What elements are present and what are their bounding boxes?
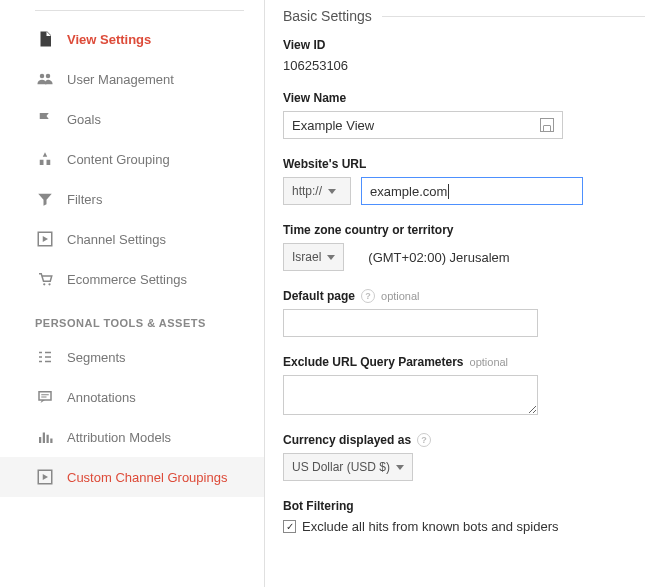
sidebar: View Settings User Management Goals Cont…: [0, 0, 265, 587]
sidebar-item-label: Custom Channel Groupings: [67, 470, 227, 485]
annotation-icon: [35, 387, 55, 407]
sidebar-item-label: Attribution Models: [67, 430, 171, 445]
sidebar-item-label: Annotations: [67, 390, 136, 405]
dropdown-value: http://: [292, 184, 322, 198]
optional-label: optional: [381, 290, 420, 302]
chevron-down-icon: [328, 189, 336, 194]
svg-rect-8: [47, 435, 49, 443]
divider: [382, 16, 645, 17]
label-view-id: View ID: [283, 38, 645, 52]
input-view-name[interactable]: Example View: [283, 111, 563, 139]
help-icon[interactable]: ?: [417, 433, 431, 447]
dropdown-timezone-country[interactable]: Israel: [283, 243, 344, 271]
sidebar-item-attribution[interactable]: Attribution Models: [0, 417, 264, 457]
sidebar-item-label: View Settings: [67, 32, 151, 47]
dropdown-url-scheme[interactable]: http://: [283, 177, 351, 205]
sidebar-item-label: User Management: [67, 72, 174, 87]
input-value: Example View: [292, 118, 374, 133]
svg-point-0: [40, 74, 45, 79]
sidebar-item-label: Channel Settings: [67, 232, 166, 247]
svg-point-1: [46, 74, 51, 79]
svg-rect-6: [39, 437, 41, 443]
sidebar-item-filters[interactable]: Filters: [0, 179, 264, 219]
field-view-id: View ID 106253106: [283, 38, 645, 73]
sidebar-item-label: Goals: [67, 112, 101, 127]
label-exclude-params: Exclude URL Query Parameters: [283, 355, 464, 369]
cart-icon: [35, 269, 55, 289]
main-panel: Basic Settings View ID 106253106 View Na…: [265, 0, 663, 587]
dropdown-currency[interactable]: US Dollar (USD $): [283, 453, 413, 481]
sidebar-item-segments[interactable]: Segments: [0, 337, 264, 377]
dropdown-value: Israel: [292, 250, 321, 264]
help-icon[interactable]: ?: [361, 289, 375, 303]
checkbox-bot-filtering[interactable]: ✓: [283, 520, 296, 533]
field-exclude-params: Exclude URL Query Parameters optional: [283, 355, 645, 415]
bars-icon: [35, 427, 55, 447]
sidebar-item-view-settings[interactable]: View Settings: [0, 19, 264, 59]
label-view-name: View Name: [283, 91, 645, 105]
svg-rect-5: [39, 392, 51, 400]
dropdown-value: US Dollar (USD $): [292, 460, 390, 474]
input-value: example.com: [370, 184, 447, 199]
input-url-domain[interactable]: example.com: [361, 177, 583, 205]
field-bot-filtering: Bot Filtering ✓ Exclude all hits from kn…: [283, 499, 645, 534]
field-currency: Currency displayed as ? US Dollar (USD $…: [283, 433, 645, 481]
input-default-page[interactable]: [283, 309, 538, 337]
svg-rect-7: [43, 433, 45, 444]
sidebar-item-label: Filters: [67, 192, 102, 207]
flag-icon: [35, 109, 55, 129]
field-timezone: Time zone country or territory Israel (G…: [283, 223, 645, 271]
textarea-exclude-params[interactable]: [283, 375, 538, 415]
label-currency: Currency displayed as: [283, 433, 411, 447]
sidebar-section-header: PERSONAL TOOLS & ASSETS: [0, 299, 264, 337]
sidebar-item-content-grouping[interactable]: Content Grouping: [0, 139, 264, 179]
page-icon: [35, 29, 55, 49]
sidebar-item-label: Segments: [67, 350, 126, 365]
users-icon: [35, 69, 55, 89]
field-view-name: View Name Example View: [283, 91, 645, 139]
divider: [35, 10, 244, 11]
chevron-down-icon: [327, 255, 335, 260]
field-url: Website's URL http:// example.com: [283, 157, 645, 205]
checkbox-label: Exclude all hits from known bots and spi…: [302, 519, 559, 534]
sidebar-item-user-management[interactable]: User Management: [0, 59, 264, 99]
sidebar-item-custom-channel-groupings[interactable]: Custom Channel Groupings: [0, 457, 264, 497]
sidebar-item-channel-settings[interactable]: Channel Settings: [0, 219, 264, 259]
field-default-page: Default page ? optional: [283, 289, 645, 337]
sidebar-item-ecommerce[interactable]: Ecommerce Settings: [0, 259, 264, 299]
svg-point-3: [43, 283, 45, 285]
label-bot-filtering: Bot Filtering: [283, 499, 645, 513]
value-view-id: 106253106: [283, 58, 645, 73]
channel-icon: [35, 467, 55, 487]
label-default-page: Default page: [283, 289, 355, 303]
sidebar-item-label: Ecommerce Settings: [67, 272, 187, 287]
optional-label: optional: [470, 356, 509, 368]
text-cursor: [448, 184, 449, 199]
svg-rect-9: [50, 439, 52, 444]
save-icon: [540, 118, 554, 132]
funnel-icon: [35, 189, 55, 209]
svg-point-4: [48, 283, 50, 285]
segments-icon: [35, 347, 55, 367]
sidebar-item-annotations[interactable]: Annotations: [0, 377, 264, 417]
sidebar-item-label: Content Grouping: [67, 152, 170, 167]
chevron-down-icon: [396, 465, 404, 470]
section-title: Basic Settings: [283, 8, 372, 24]
channel-icon: [35, 229, 55, 249]
grouping-icon: [35, 149, 55, 169]
label-timezone: Time zone country or territory: [283, 223, 645, 237]
label-url: Website's URL: [283, 157, 645, 171]
timezone-display: (GMT+02:00) Jerusalem: [368, 250, 509, 265]
sidebar-item-goals[interactable]: Goals: [0, 99, 264, 139]
